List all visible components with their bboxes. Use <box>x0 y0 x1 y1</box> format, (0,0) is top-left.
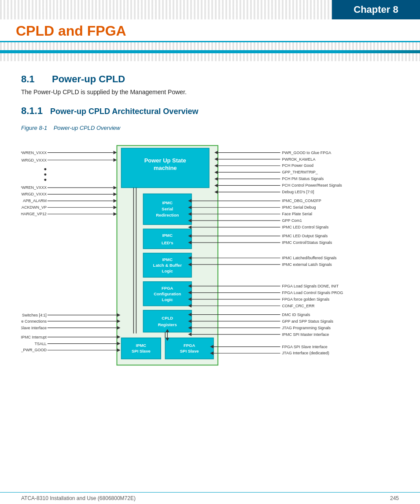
chapter-label: Chapter 8 <box>332 0 420 19</box>
page-header: Chapter 8 <box>0 0 420 19</box>
svg-text:JTAG Programming Signals: JTAG Programming Signals <box>282 326 331 330</box>
header-pattern <box>0 0 332 19</box>
svg-text:Face Plate Serial: Face Plate Serial <box>282 212 312 216</box>
svg-text:PWRGD_VXXX: PWRGD_VXXX <box>21 192 47 196</box>
cpld-fpga-diagram: PWREN_VXXX PWRGD_VXXX PWREN_VXXX PWRGD_V… <box>21 136 399 382</box>
footer-right-text: 245 <box>390 495 399 501</box>
svg-text:Configuration: Configuration <box>154 291 181 296</box>
svg-text:IPMC LED Output Signals: IPMC LED Output Signals <box>282 234 328 238</box>
svg-text:Logic: Logic <box>162 269 173 273</box>
svg-text:GPP and SPP Status Signals: GPP and SPP Status Signals <box>282 319 334 324</box>
svg-text:IPMC LED Control Signals: IPMC LED Control Signals <box>282 225 329 229</box>
svg-text:LED's: LED's <box>162 240 173 245</box>
svg-text:SPI Slave: SPI Slave <box>180 349 199 354</box>
svg-text:Switches [4:1]: Switches [4:1] <box>22 313 47 317</box>
section-8-1-title: Power-up CPLD <box>52 74 125 85</box>
svg-text:FPGA: FPGA <box>162 286 173 291</box>
svg-text:APB_ALARM: APB_ALARM <box>23 199 47 203</box>
diagram-container: PWREN_VXXX PWRGD_VXXX PWREN_VXXX PWRGD_V… <box>21 136 399 382</box>
svg-text:PCH Control Power/Reset Signal: PCH Control Power/Reset Signals <box>282 183 343 188</box>
svg-text:FPGA: FPGA <box>184 343 195 348</box>
svg-marker-1 <box>114 151 117 155</box>
figure-caption: Power-up CPLD Overview <box>54 125 120 131</box>
svg-text:PWREN_VXXX: PWREN_VXXX <box>21 151 47 155</box>
svg-marker-16 <box>114 199 117 202</box>
svg-text:IPMC SPI Slave Interface: IPMC SPI Slave Interface <box>21 326 47 330</box>
svg-text:IPMC Interrupt: IPMC Interrupt <box>21 335 47 339</box>
svg-text:JTAG Interface (dedicated): JTAG Interface (dedicated) <box>282 351 329 355</box>
svg-text:PWROK_KAWELA: PWROK_KAWELA <box>282 157 316 162</box>
section-8-1-1-title: Power-up CPLD Architectural Overview <box>50 107 198 116</box>
svg-text:PWRGD_VXXX: PWRGD_VXXX <box>21 158 47 162</box>
title-bar: CPLD and FPGA <box>0 19 420 42</box>
svg-text:FPGA Load Signals DONE, INIT: FPGA Load Signals DONE, INIT <box>282 284 339 288</box>
svg-text:Debug LED's [7:0]: Debug LED's [7:0] <box>282 190 314 194</box>
svg-text:IPMC_DBG_COM2FP: IPMC_DBG_COM2FP <box>282 199 321 203</box>
svg-text:IPMC: IPMC <box>162 233 173 238</box>
svg-text:SPI Slave: SPI Slave <box>132 349 151 354</box>
svg-text:CONF_CRC_ERR: CONF_CRC_ERR <box>282 304 315 308</box>
svg-text:FPGA SPI Slave Interface: FPGA SPI Slave Interface <box>282 345 328 349</box>
svg-marker-19 <box>114 206 117 209</box>
figure-number: Figure 8-1 <box>21 125 47 131</box>
stripe-decoration-2 <box>0 53 420 61</box>
teal-accent-bar <box>0 50 420 53</box>
svg-text:PWR_GOOD to Glue FPGA: PWR_GOOD to Glue FPGA <box>282 151 332 155</box>
svg-text:IPMC: IPMC <box>162 257 173 262</box>
svg-marker-22 <box>114 212 117 216</box>
svg-text:CPLD: CPLD <box>162 316 173 320</box>
svg-text:PCH PM Status Signals: PCH PM Status Signals <box>282 177 324 181</box>
section-8-1-number: 8.1 <box>21 74 44 85</box>
page-title: CPLD and FPGA <box>16 23 420 39</box>
svg-text:Latch & Buffer: Latch & Buffer <box>153 263 182 268</box>
page-footer: ATCA-8310 Installation and Use (6806800M… <box>0 492 420 504</box>
svg-text:Logic: Logic <box>162 297 173 302</box>
svg-text:Registers: Registers <box>158 322 177 327</box>
svg-text:IPMC external Latch Signals: IPMC external Latch Signals <box>282 262 332 267</box>
svg-text:IPMC Latched/buffered Signals: IPMC Latched/buffered Signals <box>282 256 337 260</box>
svg-text:PWREN_VXXX: PWREN_VXXX <box>21 185 47 190</box>
svg-text:FPGA force golden Signals: FPGA force golden Signals <box>282 297 330 302</box>
footer-left-text: ATCA-8310 Installation and Use (6806800M… <box>21 495 136 501</box>
svg-text:Redirection: Redirection <box>156 213 179 217</box>
stripe-decoration-1 <box>0 42 420 50</box>
svg-text:Spare Connections: Spare Connections <box>21 319 47 324</box>
svg-marker-10 <box>114 186 117 189</box>
svg-text:DISCHARGE_VP12: DISCHARGE_VP12 <box>21 212 47 216</box>
section-8-1-1-number: 8.1.1 <box>21 105 44 117</box>
svg-text:CPLD_PWR_GOOD: CPLD_PWR_GOOD <box>21 348 47 353</box>
svg-rect-32 <box>143 229 192 249</box>
svg-marker-13 <box>114 192 117 196</box>
svg-text:IPMC Control/Status Signals: IPMC Control/Status Signals <box>282 240 332 245</box>
section-8-1-header: 8.1 Power-up CPLD <box>21 74 399 85</box>
svg-text:IPMC: IPMC <box>136 343 147 348</box>
main-content: 8.1 Power-up CPLD The Power-Up CPLD is s… <box>0 61 420 398</box>
svg-rect-43 <box>143 310 192 332</box>
svg-text:IPMC Serial Debug: IPMC Serial Debug <box>282 205 316 210</box>
svg-text:GPP Com1: GPP Com1 <box>282 218 302 223</box>
figure-label: Figure 8-1 Power-up CPLD Overview <box>21 125 399 131</box>
svg-marker-4 <box>114 158 117 162</box>
svg-text:FPGA Load Control Signals PROG: FPGA Load Control Signals PROG <box>282 291 343 295</box>
section-8-1-body: The Power-Up CPLD is supplied by the Man… <box>21 88 399 96</box>
svg-text:machine: machine <box>154 165 177 171</box>
svg-text:PWR_TRACKDWN_VP: PWR_TRACKDWN_VP <box>21 205 47 210</box>
svg-text:TSALL: TSALL <box>34 342 46 346</box>
section-8-1-1-header: 8.1.1 Power-up CPLD Architectural Overvi… <box>21 105 399 117</box>
svg-text:GPP_THERMTRIP_: GPP_THERMTRIP_ <box>282 170 318 174</box>
svg-text:IPMC: IPMC <box>162 200 173 205</box>
svg-text:IPMC SPI Master Interface: IPMC SPI Master Interface <box>282 332 329 337</box>
svg-text:Power Up State: Power Up State <box>144 157 186 164</box>
svg-text:PCH Power Good: PCH Power Good <box>282 163 313 168</box>
svg-point-7 <box>44 173 46 176</box>
svg-point-6 <box>44 168 46 170</box>
svg-point-8 <box>44 179 46 181</box>
svg-text:DMC ID Signals: DMC ID Signals <box>282 313 310 317</box>
svg-text:Serial: Serial <box>162 206 173 211</box>
